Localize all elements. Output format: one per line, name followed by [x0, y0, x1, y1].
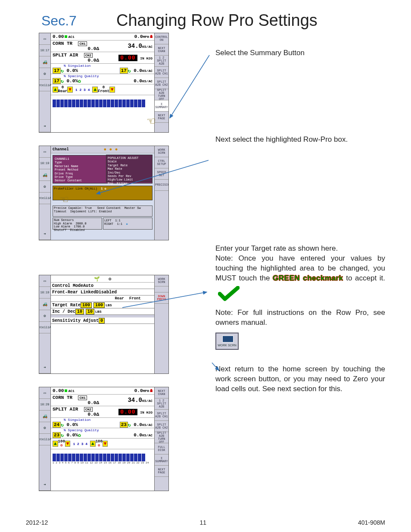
- split-delta: 0.0Δ: [53, 58, 103, 63]
- green-checkmark-text: GREEN checkmark: [273, 274, 343, 282]
- down-press-button[interactable]: DOWN PRESS: [155, 292, 168, 304]
- section-label: Sec.7: [41, 13, 77, 29]
- rhs-btn[interactable]: FULL DISK: [155, 443, 168, 454]
- up-icon[interactable]: ▲: [53, 87, 58, 93]
- rhs-btn[interactable]: NEXT PAGE: [155, 112, 168, 123]
- down-icon2[interactable]: ▼: [109, 87, 115, 93]
- up-icon2[interactable]: ▲: [90, 441, 96, 447]
- arrow-icon[interactable]: ➜: [39, 228, 50, 240]
- rhs-btn[interactable]: CTRL SETUP: [155, 157, 168, 168]
- sing-unit: KS/AC: [142, 69, 153, 73]
- speed-value: 0.00: [53, 388, 64, 393]
- bottom-panel-3: LEFT 1:1RIGHT 1:1 ✚: [103, 218, 153, 230]
- rhs-btn[interactable]: SPLIT A2B TURN OFF: [155, 89, 168, 100]
- speed-value: 0.00: [53, 34, 64, 39]
- time-label: 10:20: [39, 399, 50, 411]
- monitor-icon[interactable]: ▭: [39, 275, 50, 287]
- rhs-btn[interactable]: 1 2 SPLIT A2B: [155, 56, 168, 67]
- sq-l: 17: [53, 78, 61, 84]
- corn-label: CORN TR: [53, 395, 72, 400]
- rhs-btn[interactable]: WORK SCRN: [155, 146, 168, 157]
- corn-delta: 0.0Δ: [53, 400, 103, 405]
- rhs-btn[interactable]: PRECISION: [155, 180, 168, 191]
- down-icon[interactable]: ▼: [67, 87, 73, 93]
- rhs-btn[interactable]: SPLIT A2B CH1: [155, 410, 168, 421]
- sing-l: 24: [53, 422, 61, 428]
- footer-date: 2012-12: [26, 519, 48, 526]
- step1-text: Select the Summary Button: [215, 49, 305, 57]
- sq-unit: KS/AC: [142, 433, 153, 437]
- control-mode-value[interactable]: Auto: [83, 283, 93, 288]
- mph-unit: MPH: [143, 389, 149, 393]
- step3-line2-end: to accept it.: [346, 274, 385, 282]
- inc-dec-rear[interactable]: 10: [75, 309, 84, 314]
- inc-dec-front[interactable]: 10: [86, 309, 94, 314]
- rhs-btn[interactable]: NEXT CHAN: [155, 387, 168, 398]
- monitor-icon[interactable]: ▭: [39, 33, 50, 45]
- arrow-icon[interactable]: ➜: [39, 479, 50, 491]
- rhs-btn[interactable]: WORK SCRN: [155, 275, 168, 286]
- target-rate-rear[interactable]: 100: [81, 302, 92, 308]
- step2-text: Next select the highlighted Row-Pro box.: [215, 135, 348, 143]
- tractor-icon[interactable]: 🚜: [39, 299, 50, 310]
- sq-pct: 0.0%: [66, 78, 78, 84]
- gear-icon[interactable]: ⚙: [39, 422, 50, 434]
- rhs-btn[interactable]: Σ SUMMARY: [155, 454, 168, 466]
- corn-rate-unit: KS/AC: [142, 399, 153, 403]
- status-dot: [65, 389, 67, 392]
- sing-rate: 0.0: [134, 422, 142, 427]
- control-mode-label: Control Mode: [52, 283, 83, 288]
- seq-label: 1 2 3 4: [75, 88, 90, 92]
- corn-rate-unit: KS/AC: [142, 45, 153, 49]
- monitor-icon[interactable]: ▭: [39, 387, 50, 399]
- brand-icon: IntelliAg: [39, 193, 50, 204]
- seq-label: 1 2 3 4: [73, 442, 87, 446]
- rhs-btn[interactable]: SPLIT A2B CH1: [155, 67, 168, 78]
- tractor-icon[interactable]: 🚜: [39, 169, 50, 181]
- split-rate-unit: IN H2O: [140, 56, 153, 60]
- rowpro-box[interactable]: ProbeFiller Link CH(ALL) 1 ✿: [53, 186, 153, 200]
- sing-unit: KS/AC: [142, 423, 153, 427]
- gear-icon[interactable]: ⚙: [39, 181, 50, 193]
- target-rate-front[interactable]: 100: [93, 302, 105, 308]
- rhs-btn[interactable]: NEXT PAGE: [155, 466, 168, 477]
- rhs-btn[interactable]: SPLIT A2B CH2: [155, 78, 168, 89]
- rhs-btn[interactable]: NEXT CHAN: [155, 44, 168, 56]
- gear-icon[interactable]: ⚙: [39, 310, 50, 322]
- tractor-icon[interactable]: 🚜: [39, 411, 50, 422]
- arrow-icon[interactable]: ➜: [39, 362, 50, 373]
- front-rear-value[interactable]: Disabled: [96, 290, 117, 295]
- sq-pct: 0.0%: [66, 432, 78, 438]
- screenshot-home: ▭ 10:20 🚜 ⚙ IntelliAg ➜ 0.00 AC1 0.0: [39, 387, 169, 491]
- front-rear-label: Front-Rear Linked: [52, 290, 96, 295]
- sensitivity-value[interactable]: 0: [99, 318, 105, 324]
- plant-icon: 🌱: [94, 276, 100, 282]
- ch2-label: CH2: [84, 407, 93, 412]
- summary-button[interactable]: Σ SUMMARY: [155, 100, 168, 112]
- rhs-btn[interactable]: 1 2 SPLIT A2B: [155, 398, 168, 410]
- mph-value: 0.0: [134, 34, 143, 39]
- sing-r: 23: [120, 422, 128, 428]
- mph-value: 0.0: [134, 388, 143, 393]
- up-icon2[interactable]: ▲: [92, 87, 98, 93]
- pointer-hand-icon: ☞: [138, 113, 155, 129]
- rhs-btn[interactable]: SPLIT A2B CH2: [155, 421, 168, 432]
- gear-icon[interactable]: ⚙: [39, 68, 50, 80]
- sing-pct: 0.0%: [66, 422, 78, 427]
- split-rate: 0.00: [118, 409, 137, 415]
- monitor-icon[interactable]: ▭: [39, 146, 50, 158]
- split-delta: 0.0Δ: [53, 412, 103, 417]
- screenshot-target-rate: ▭ 10:19 🚜 ⚙ IntelliAg ➜ 🌱 ⚙ Control Mode: [39, 275, 169, 374]
- rhs-btn[interactable]: CONTROL ON: [155, 33, 168, 44]
- up-icon[interactable]: ▲: [53, 441, 58, 447]
- down-icon[interactable]: ▼: [65, 441, 71, 447]
- rhs-btn[interactable]: SPEED SET: [155, 168, 168, 180]
- down-icon2[interactable]: ▼: [103, 441, 108, 447]
- tractor-icon[interactable]: 🚜: [39, 56, 50, 68]
- arrow-icon[interactable]: ➜: [39, 121, 50, 132]
- work-screen-button[interactable]: WORK SCRN: [215, 333, 239, 350]
- speed-unit: AC1: [68, 35, 74, 39]
- sq-unit: KS/AC: [142, 79, 153, 83]
- rhs-btn[interactable]: SPLIT A2B TURN OFF: [155, 432, 168, 443]
- target-rate-label: Target Rate: [52, 303, 81, 308]
